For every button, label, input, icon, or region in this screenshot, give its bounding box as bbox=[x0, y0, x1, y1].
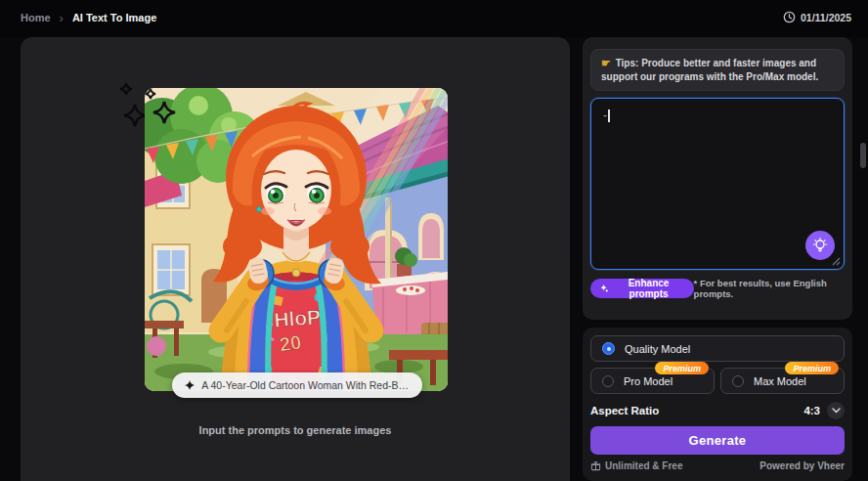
premium-badge: Premium bbox=[655, 362, 709, 374]
chevron-down-button[interactable] bbox=[827, 402, 845, 419]
shirt-text-bottom: 20 bbox=[278, 331, 302, 356]
chevron-right-icon: › bbox=[60, 13, 64, 23]
enhance-button-label: Enhance prompts bbox=[614, 278, 684, 299]
chevron-down-icon bbox=[832, 408, 841, 414]
powered-by-link[interactable]: Powered by Vheer bbox=[760, 460, 845, 471]
hint-text: Input the prompts to generate images bbox=[21, 424, 570, 436]
page-scrollbar-thumb[interactable] bbox=[860, 143, 866, 168]
model-option-pro[interactable]: Pro Model Premium bbox=[590, 368, 715, 394]
date-button[interactable]: 01/11/2025 bbox=[783, 11, 851, 23]
pointing-hand-icon: ☛ bbox=[601, 57, 611, 68]
breadcrumb-current: AI Text To Image bbox=[72, 12, 156, 23]
language-note: * For best results, use English prompts. bbox=[694, 278, 845, 299]
ai-text-to-image-page: Home › AI Text To Image 01/11/2025 bbox=[0, 0, 868, 481]
caption-text: A 40-Year-Old Cartoon Woman With Red-Blo… bbox=[201, 379, 410, 391]
text-caret bbox=[608, 109, 610, 122]
model-option-max[interactable]: Max Model Premium bbox=[720, 368, 845, 394]
radio-unselected-icon[interactable] bbox=[732, 375, 744, 387]
sample-image: CHloPa 20 bbox=[145, 88, 448, 391]
footer-free: Unlimited & Free bbox=[590, 460, 682, 471]
settings-panel: Quality Model Pro Model Premium Max Mode… bbox=[583, 328, 852, 481]
breadcrumb: Home › AI Text To Image bbox=[21, 12, 156, 23]
lightbulb-icon bbox=[812, 238, 828, 253]
aspect-ratio-select[interactable]: 4:3 bbox=[803, 402, 845, 419]
magic-sparkles-icon bbox=[600, 284, 609, 293]
tips-banner: ☛ Tips: Produce better and faster images… bbox=[590, 49, 845, 91]
star-icon bbox=[185, 379, 195, 391]
aspect-ratio-label: Aspect Ratio bbox=[590, 405, 659, 416]
composer-panel: ☛ Tips: Produce better and faster images… bbox=[583, 37, 852, 320]
breadcrumb-home-link[interactable]: Home bbox=[21, 12, 51, 23]
model-option-quality[interactable]: Quality Model bbox=[590, 335, 845, 362]
sparkle-icon bbox=[119, 82, 133, 96]
radio-unselected-icon[interactable] bbox=[602, 375, 614, 387]
radio-selected-icon[interactable] bbox=[602, 342, 615, 355]
enhance-prompts-button[interactable]: Enhance prompts bbox=[590, 279, 694, 298]
gift-icon bbox=[590, 460, 601, 471]
aspect-ratio-row: Aspect Ratio 4:3 bbox=[590, 400, 845, 421]
generate-button[interactable]: Generate bbox=[590, 426, 845, 455]
model-label: Pro Model bbox=[624, 375, 673, 387]
prompt-caption-pill[interactable]: A 40-Year-Old Cartoon Woman With Red-Blo… bbox=[172, 372, 422, 398]
date-label: 01/11/2025 bbox=[801, 12, 851, 23]
resize-handle[interactable] bbox=[830, 255, 842, 267]
history-clock-icon bbox=[783, 11, 796, 23]
enhance-row: Enhance prompts * For best results, use … bbox=[590, 279, 845, 298]
model-label: Max Model bbox=[754, 375, 806, 387]
model-label: Quality Model bbox=[625, 343, 690, 355]
prompt-value: - bbox=[603, 109, 607, 122]
premium-badge: Premium bbox=[785, 362, 839, 374]
top-bar: Home › AI Text To Image 01/11/2025 bbox=[0, 0, 868, 37]
prompt-caret-row: - bbox=[603, 109, 610, 122]
tips-text: Tips: Produce better and faster images a… bbox=[601, 58, 818, 82]
preview-panel: CHloPa 20 bbox=[21, 37, 570, 481]
cartoon-woman-illustration: CHloPa 20 bbox=[145, 88, 448, 391]
settings-footer: Unlimited & Free Powered by Vheer bbox=[590, 460, 845, 471]
footer-free-label: Unlimited & Free bbox=[605, 460, 682, 471]
prompt-input[interactable]: - bbox=[590, 98, 845, 270]
aspect-ratio-value: 4:3 bbox=[803, 405, 820, 416]
